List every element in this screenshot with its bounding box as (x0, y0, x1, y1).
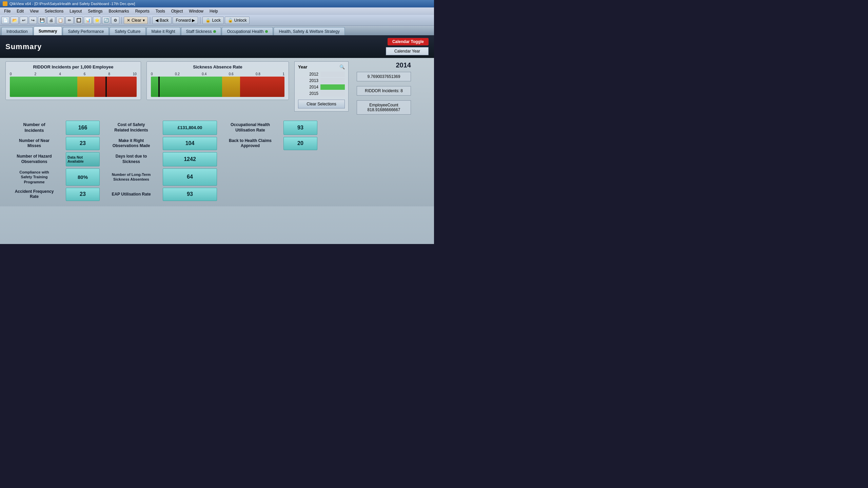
tab-occupational-health[interactable]: Occupational Health (222, 27, 273, 35)
star-button[interactable]: ⭐ (93, 17, 101, 24)
year-row-2013[interactable]: 2013 (298, 78, 345, 83)
tab-safety-performance[interactable]: Safety Performance (63, 27, 109, 35)
print-button[interactable]: 🖨 (47, 17, 55, 24)
hazard-value: Data Not Available (66, 152, 100, 166)
tab-summary[interactable]: Summary (34, 26, 62, 35)
menu-tools[interactable]: Tools (153, 8, 168, 14)
back-button[interactable]: ◀ Back (152, 17, 172, 24)
occ-health-value: 93 (283, 121, 317, 135)
compliance-label: Compliance withSafety TrainingProgramme (5, 168, 63, 186)
tab-summary-label: Summary (39, 29, 57, 34)
chart-button[interactable]: 📊 (84, 17, 92, 24)
menu-bookmarks[interactable]: Bookmarks (106, 8, 132, 14)
accident-freq-value: 23 (66, 188, 100, 201)
new-button[interactable]: 📄 (1, 17, 9, 24)
refresh-button[interactable]: 🔄 (102, 17, 110, 24)
edit-button[interactable]: ✏ (65, 17, 74, 24)
eap-value: 93 (163, 188, 217, 201)
employee-count-box: EmployeeCount 818.91686666667 (357, 100, 411, 115)
design-button[interactable]: 🔲 (75, 17, 83, 24)
menu-selections[interactable]: Selections (42, 8, 66, 14)
riddor-yellow-segment (77, 77, 94, 97)
copy-button[interactable]: 📋 (56, 17, 64, 24)
open-button[interactable]: 📂 (11, 17, 19, 24)
main-content: Summary Calendar Toggle Calendar Year RI… (0, 35, 434, 244)
clear-icon: ✕ (127, 18, 130, 23)
sickness-scale: 0 0.2 0.4 0.6 0.8 1 (151, 72, 284, 76)
menu-bar: File Edit View Selections Layout Setting… (0, 7, 434, 15)
occ-health-label: Occupational HealthUtilisation Rate (220, 121, 281, 135)
incidents-label: Number ofIncidents (5, 121, 63, 135)
unlock-button[interactable]: 🔓 Unlock (225, 17, 250, 24)
sickness-red-segment (240, 77, 284, 97)
sickness-chart-title: Sickness Absence Rate (151, 64, 284, 69)
longterm-label: Number of Long-TermSickness Absentees (102, 168, 160, 186)
clear-button[interactable]: ✕ Clear ▾ (124, 17, 148, 24)
page-title: Summary (5, 42, 42, 51)
menu-reports[interactable]: Reports (133, 8, 152, 14)
cost-value: £131,804.00 (163, 121, 217, 135)
days-lost-value: 1242 (163, 152, 217, 166)
longterm-value: 64 (163, 168, 217, 186)
occupational-health-dot (265, 30, 268, 33)
menu-view[interactable]: View (27, 8, 41, 14)
tab-safety-culture[interactable]: Safety Culture (110, 27, 145, 35)
back-health-value: 20 (283, 137, 317, 150)
tab-staff-sickness-label: Staff Sickness (186, 29, 212, 34)
metrics-row-2: Number of NearMisses 23 Make it RightObs… (5, 137, 429, 150)
metrics-row-5: Accident FrequencyRate 23 EAP Utilisatio… (5, 188, 429, 201)
clear-selections-button[interactable]: Clear Selections (298, 100, 345, 108)
year-row-2015[interactable]: 2015 (298, 91, 345, 96)
metrics-row-1: Number ofIncidents 166 Cost of SafetyRel… (5, 121, 429, 135)
year-2015-label: 2015 (298, 91, 318, 96)
toolbar-separator-1 (121, 17, 122, 24)
riddor-value-box: 9.7690037651369 (357, 72, 411, 81)
redo-button[interactable]: ↪ (29, 17, 37, 24)
year-search-icon[interactable]: 🔍 (339, 64, 345, 69)
year-row-2012[interactable]: 2012 (298, 72, 345, 77)
calendar-year-button[interactable]: Calendar Year (386, 47, 429, 55)
save-button[interactable]: 💾 (38, 17, 46, 24)
tab-make-it-right[interactable]: Make it Right (146, 27, 180, 35)
clear-label: Clear (132, 18, 141, 23)
year-selector-header: Year 🔍 (298, 64, 345, 69)
incidents-value: 166 (66, 121, 100, 135)
lock-button[interactable]: 🔒 Lock (202, 17, 223, 24)
tab-health-strategy[interactable]: Health, Safety & Welfare Strategy (274, 27, 344, 35)
page-header: Summary Calendar Toggle Calendar Year (0, 35, 434, 58)
menu-help[interactable]: Help (207, 8, 221, 14)
riddor-bar (10, 77, 137, 97)
tab-introduction[interactable]: Introduction (1, 27, 33, 35)
calendar-toggle-button[interactable]: Calendar Toggle (388, 38, 429, 45)
year-row-2014[interactable]: 2014 (298, 84, 345, 90)
year-2014-active-bar (320, 84, 345, 90)
employee-count-label: EmployeeCount (361, 103, 407, 107)
tab-staff-sickness[interactable]: Staff Sickness (181, 27, 221, 35)
toolbar-separator-2 (150, 17, 150, 24)
toolbar: 📄 📂 ↩ ↪ 💾 🖨 📋 ✏ 🔲 📊 ⭐ 🔄 ⚙ ✕ Clear ▾ ◀ Ba… (0, 15, 434, 26)
menu-settings[interactable]: Settings (85, 8, 105, 14)
forward-button[interactable]: Forward ▶ (173, 17, 198, 24)
year-2015-bar (320, 91, 345, 96)
undo-button[interactable]: ↩ (20, 17, 28, 24)
riddor-scale: 0 2 4 6 8 10 (10, 72, 137, 76)
sickness-yellow-segment (222, 77, 240, 97)
menu-window[interactable]: Window (186, 8, 206, 14)
hazard-label: Number of HazardObservations (5, 152, 63, 166)
menu-edit[interactable]: Edit (14, 8, 26, 14)
menu-file[interactable]: File (1, 8, 13, 14)
sickness-bar (151, 77, 284, 97)
tab-safety-performance-label: Safety Performance (68, 29, 104, 34)
sickness-green-segment (151, 77, 222, 97)
riddor-green-segment (10, 77, 77, 97)
tab-health-strategy-label: Health, Safety & Welfare Strategy (279, 29, 339, 34)
settings-icon-button[interactable]: ⚙ (111, 17, 119, 24)
forward-label: Forward (176, 18, 191, 23)
year-display: 2014 (357, 61, 411, 69)
metrics-row-4: Compliance withSafety TrainingProgramme … (5, 168, 429, 186)
menu-layout[interactable]: Layout (67, 8, 84, 14)
back-icon: ◀ (155, 18, 158, 23)
employee-count-value: 818.91686666667 (361, 107, 407, 112)
menu-object[interactable]: Object (169, 8, 186, 14)
sickness-chart: Sickness Absence Rate 0 0.2 0.4 0.6 0.8 … (146, 61, 289, 100)
